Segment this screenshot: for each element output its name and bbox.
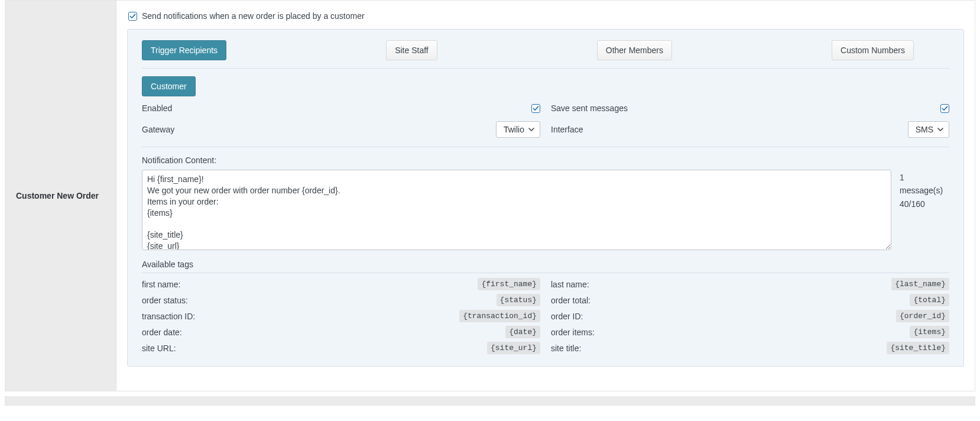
tag-row-site-title: site title: {site_title} xyxy=(551,342,949,354)
interface-row: Interface SMS xyxy=(551,121,949,138)
tag-label: order date: xyxy=(142,328,182,337)
send-notifications-row: Send notifications when a new order is p… xyxy=(127,11,964,21)
chevron-down-icon xyxy=(937,126,944,133)
tag-row-first-name: first name: {first_name} xyxy=(142,278,540,290)
tag-label: first name: xyxy=(142,280,180,289)
tag-row-site-url: site URL: {site_url} xyxy=(142,342,540,354)
divider xyxy=(142,147,949,147)
main-content: Send notifications when a new order is p… xyxy=(116,1,975,391)
enabled-label: Enabled xyxy=(142,103,172,113)
bottom-strip xyxy=(5,396,975,406)
send-notifications-checkbox[interactable] xyxy=(128,12,137,21)
tag-code: {site_url} xyxy=(487,342,540,354)
message-count: 1 message(s) xyxy=(900,171,949,197)
enabled-checkbox[interactable] xyxy=(531,104,540,113)
chevron-down-icon xyxy=(528,126,535,133)
interface-label: Interface xyxy=(551,125,583,134)
message-counter: 1 message(s) 40/160 xyxy=(900,170,949,210)
interface-value: SMS xyxy=(916,125,933,134)
tag-row-order-items: order items: {items} xyxy=(551,326,949,338)
tag-code: {transaction_id} xyxy=(459,310,540,322)
tag-label: order items: xyxy=(551,328,595,337)
gateway-row: Gateway Twilio xyxy=(142,121,540,138)
send-notifications-label: Send notifications when a new order is p… xyxy=(142,11,365,21)
gateway-select[interactable]: Twilio xyxy=(496,121,540,138)
enabled-row: Enabled xyxy=(142,103,540,113)
tag-label: transaction ID: xyxy=(142,312,195,321)
divider xyxy=(142,273,949,273)
save-sent-row: Save sent messages xyxy=(551,103,949,113)
sidebar: Customer New Order xyxy=(5,1,116,391)
settings-grid: Enabled Save sent messages Gateway Twili… xyxy=(142,103,949,138)
tag-row-transaction-id: transaction ID: {transaction_id} xyxy=(142,310,540,322)
tag-code: {total} xyxy=(910,294,949,306)
gateway-value: Twilio xyxy=(504,125,524,134)
sidebar-title: Customer New Order xyxy=(16,191,99,200)
gateway-label: Gateway xyxy=(142,125,174,134)
tag-code: {site_title} xyxy=(887,342,949,354)
tab-other-members[interactable]: Other Members xyxy=(597,40,672,60)
tag-row-order-id: order ID: {order_id} xyxy=(551,310,949,322)
tag-code: {status} xyxy=(497,294,540,306)
tag-row-order-date: order date: {date} xyxy=(142,326,540,338)
tag-code: {items} xyxy=(910,326,949,338)
save-sent-label: Save sent messages xyxy=(551,103,628,113)
interface-select[interactable]: SMS xyxy=(908,121,949,138)
notification-content-row: 1 message(s) 40/160 xyxy=(142,170,949,250)
notification-panel: Trigger Recipients Site Staff Other Memb… xyxy=(127,29,964,367)
tab-custom-numbers[interactable]: Custom Numbers xyxy=(832,40,914,60)
tag-label: site URL: xyxy=(142,344,176,353)
tag-code: {last_name} xyxy=(891,278,949,290)
subtab-customer[interactable]: Customer xyxy=(142,76,196,96)
tag-code: {date} xyxy=(505,326,540,338)
tag-code: {first_name} xyxy=(478,278,540,290)
available-tags-header: Available tags xyxy=(142,260,949,269)
tag-label: order total: xyxy=(551,296,590,305)
tag-code: {order_id} xyxy=(896,310,949,322)
tag-label: order status: xyxy=(142,296,188,305)
checkmark-icon xyxy=(129,13,136,20)
recipient-tabs: Trigger Recipients Site Staff Other Memb… xyxy=(142,40,949,60)
tag-label: order ID: xyxy=(551,312,583,321)
checkmark-icon xyxy=(942,105,948,112)
save-sent-checkbox[interactable] xyxy=(940,104,949,113)
tag-row-order-total: order total: {total} xyxy=(551,294,949,306)
tag-label: site title: xyxy=(551,344,581,353)
tag-row-last-name: last name: {last_name} xyxy=(551,278,949,290)
tab-site-staff[interactable]: Site Staff xyxy=(386,40,437,60)
notification-content-label: Notification Content: xyxy=(142,156,949,165)
sub-tabs: Customer xyxy=(142,76,949,96)
char-count: 40/160 xyxy=(900,197,949,210)
tag-row-order-status: order status: {status} xyxy=(142,294,540,306)
notification-content-textarea[interactable] xyxy=(142,170,891,250)
checkmark-icon xyxy=(533,105,539,112)
tag-label: last name: xyxy=(551,280,589,289)
divider xyxy=(142,68,949,69)
tags-grid: first name: {first_name} last name: {las… xyxy=(142,278,949,354)
settings-panel: Customer New Order Send notifications wh… xyxy=(5,0,975,391)
tab-trigger-recipients[interactable]: Trigger Recipients xyxy=(142,40,226,60)
